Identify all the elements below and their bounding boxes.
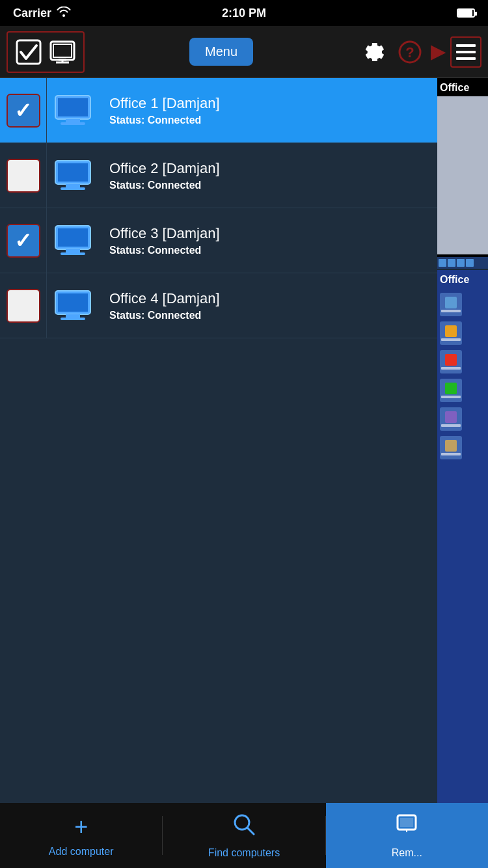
remote-icon <box>395 813 418 842</box>
monitor-icon-1 <box>54 94 92 127</box>
computer-info-1: Office 1 [Damjan] Status: Connected <box>99 95 437 126</box>
svg-rect-10 <box>456 57 476 60</box>
desktop-icon-2 <box>440 321 462 345</box>
computer-item-1[interactable]: ✓ Office 1 [Damjan] Status: Connected <box>0 78 437 143</box>
desktop-icons <box>440 293 462 459</box>
menu-button[interactable]: Menu <box>189 38 253 66</box>
computer-icon-area-2 <box>47 159 99 192</box>
desktop-icon-5 <box>440 407 462 431</box>
desktop-icon-3 <box>440 350 462 373</box>
preview-card-1[interactable]: Office <box>437 78 488 270</box>
monitor-icon-3 <box>54 224 92 257</box>
computer-name-1: Office 1 [Damjan] <box>109 95 427 112</box>
find-computers-button[interactable]: Find computers <box>163 803 325 868</box>
screen-icon-button[interactable] <box>47 36 78 68</box>
toolbar-right-group: ? ▶ <box>358 36 481 68</box>
svg-rect-24 <box>58 293 88 312</box>
computer-list: ✓ Office 1 [Damjan] Status: Connected <box>0 78 437 816</box>
computer-status-2: Status: Connected <box>109 180 427 191</box>
preview-label-2: Office <box>440 274 469 286</box>
checkmark-3: ✓ <box>14 230 32 251</box>
arrow-right-icon: ▶ <box>431 41 445 62</box>
computer-info-2: Office 2 [Damjan] Status: Connected <box>99 160 437 191</box>
checkbox-area-4[interactable] <box>0 273 47 338</box>
svg-rect-30 <box>400 818 413 827</box>
computer-name-2: Office 2 [Damjan] <box>109 160 427 177</box>
add-computer-label: Add computer <box>49 846 114 858</box>
search-icon <box>232 813 256 842</box>
checkbox-area-3[interactable]: ✓ <box>0 208 47 273</box>
svg-rect-13 <box>66 119 80 122</box>
settings-button[interactable] <box>358 36 389 68</box>
checkbox-3[interactable]: ✓ <box>7 224 40 258</box>
computer-status-4: Status: Connected <box>109 310 427 321</box>
svg-rect-12 <box>58 98 88 116</box>
checkbox-icon-button[interactable] <box>13 36 44 68</box>
desktop-icon-1 <box>440 293 462 316</box>
preview-label-1: Office <box>440 82 469 94</box>
monitor-icon-4 <box>54 290 92 322</box>
help-button[interactable]: ? <box>394 36 426 68</box>
desktop-icon-6 <box>440 436 462 459</box>
computer-name-4: Office 4 [Damjan] <box>109 290 427 307</box>
toolbar-left-group <box>7 31 85 73</box>
wifi-icon <box>57 7 71 20</box>
computer-info-3: Office 3 [Damjan] Status: Connected <box>99 225 437 256</box>
preview-screen-1 <box>437 78 488 269</box>
svg-rect-20 <box>58 228 88 247</box>
svg-rect-16 <box>58 163 88 182</box>
desktop-icon-4 <box>440 379 462 402</box>
time-display: 2:10 PM <box>222 7 266 20</box>
carrier-label: Carrier <box>13 7 51 20</box>
preview-taskbar-1 <box>437 257 488 269</box>
add-computer-button[interactable]: + Add computer <box>0 803 162 868</box>
svg-rect-18 <box>61 187 85 190</box>
monitor-icon-2 <box>54 159 92 192</box>
svg-rect-17 <box>66 184 80 187</box>
computer-item-4[interactable]: Office 4 [Damjan] Status: Connected <box>0 273 437 338</box>
svg-rect-8 <box>456 44 476 47</box>
main-toolbar: Menu ? ▶ <box>0 26 488 78</box>
computer-icon-area-1 <box>47 94 99 127</box>
checkmark-1: ✓ <box>14 100 32 121</box>
svg-rect-25 <box>66 314 80 318</box>
bottom-toolbar: + Add computer Find computers Rem... <box>0 803 488 868</box>
checkbox-2[interactable] <box>7 159 40 193</box>
svg-rect-21 <box>66 249 80 252</box>
checkbox-area-1[interactable]: ✓ <box>0 78 47 142</box>
remote-button[interactable]: Rem... <box>326 803 488 868</box>
preview-card-2[interactable]: Office <box>437 270 488 816</box>
computer-status-1: Status: Connected <box>109 115 427 126</box>
checkbox-1[interactable]: ✓ <box>7 94 40 128</box>
svg-text:?: ? <box>405 44 414 61</box>
computer-status-3: Status: Connected <box>109 245 427 256</box>
computer-name-3: Office 3 [Damjan] <box>109 225 427 242</box>
list-view-button[interactable] <box>450 36 481 68</box>
battery-icon <box>457 8 475 18</box>
find-computers-label: Find computers <box>208 847 280 859</box>
computer-info-4: Office 4 [Damjan] Status: Connected <box>99 290 437 321</box>
plus-icon: + <box>74 813 88 841</box>
checkbox-area-2[interactable] <box>0 143 47 208</box>
svg-rect-14 <box>61 122 85 125</box>
svg-rect-9 <box>456 51 476 53</box>
computer-icon-area-4 <box>47 290 99 322</box>
svg-rect-26 <box>61 318 85 320</box>
remote-label: Rem... <box>392 847 422 859</box>
status-bar: Carrier 2:10 PM <box>0 0 488 26</box>
computer-icon-area-3 <box>47 224 99 257</box>
right-panel: Office Office <box>437 78 488 816</box>
svg-rect-22 <box>61 252 85 255</box>
computer-item-3[interactable]: ✓ Office 3 [Damjan] Status: Connected <box>0 208 437 273</box>
checkbox-4[interactable] <box>7 289 40 323</box>
computer-item-2[interactable]: Office 2 [Damjan] Status: Connected <box>0 143 437 208</box>
svg-rect-2 <box>53 44 72 57</box>
main-area: ✓ Office 1 [Damjan] Status: Connected <box>0 78 488 816</box>
svg-line-28 <box>247 828 254 834</box>
